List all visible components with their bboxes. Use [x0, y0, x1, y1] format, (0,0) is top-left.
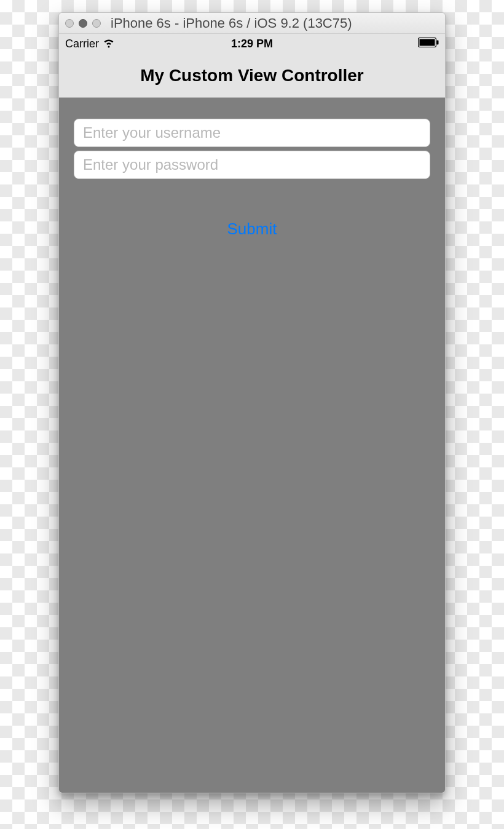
status-time: 1:29 PM	[190, 38, 315, 50]
carrier-label: Carrier	[65, 38, 99, 50]
simulator-window: iPhone 6s - iPhone 6s / iOS 9.2 (13C75) …	[58, 12, 446, 793]
zoom-icon[interactable]	[92, 19, 101, 28]
wifi-icon	[103, 36, 115, 52]
battery-icon	[418, 38, 439, 50]
svg-rect-1	[420, 39, 435, 46]
submit-button[interactable]: Submit	[227, 220, 277, 239]
username-input[interactable]	[74, 119, 430, 147]
window-title: iPhone 6s - iPhone 6s / iOS 9.2 (13C75)	[106, 15, 439, 31]
device-screen: Carrier 1:29 PM My Custom View Controlle…	[59, 34, 445, 793]
close-icon[interactable]	[65, 19, 74, 28]
mac-titlebar[interactable]: iPhone 6s - iPhone 6s / iOS 9.2 (13C75)	[59, 13, 445, 34]
page-title: My Custom View Controller	[140, 66, 364, 85]
navigation-bar: My Custom View Controller	[59, 54, 445, 98]
content-area: Submit	[59, 98, 445, 793]
svg-rect-2	[437, 40, 439, 44]
password-input[interactable]	[74, 151, 430, 179]
minimize-icon[interactable]	[79, 19, 87, 28]
status-bar: Carrier 1:29 PM	[59, 34, 445, 54]
